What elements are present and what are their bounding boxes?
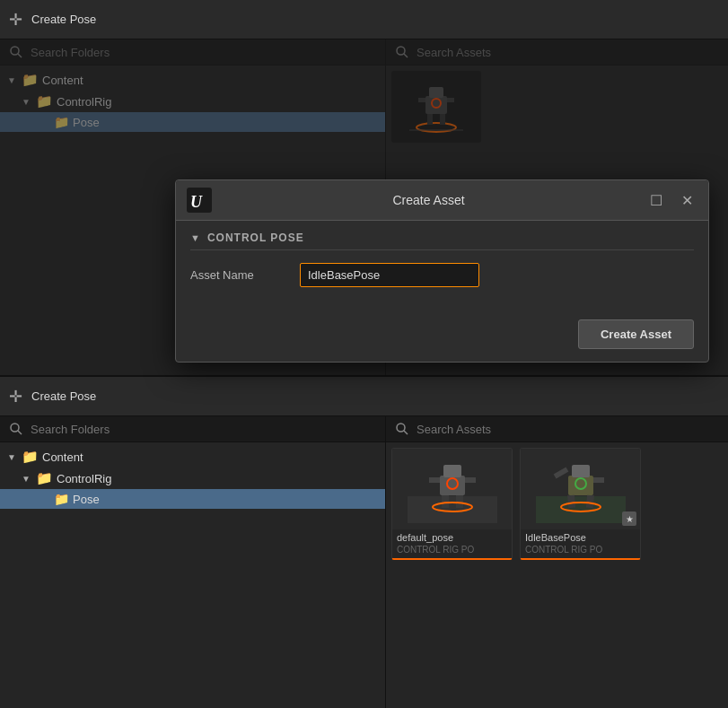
- search-assets-icon-bottom: [395, 422, 409, 436]
- chevron-icon: [39, 494, 50, 504]
- search-assets-input-bottom[interactable]: [417, 423, 719, 436]
- chevron-icon: ▼: [7, 452, 18, 462]
- search-folders-icon-bottom: [9, 422, 23, 436]
- svg-line-18: [404, 431, 408, 434]
- folder-icon: 📁: [36, 470, 53, 486]
- asset-thumb-idle-base-pose: ★: [521, 449, 640, 529]
- modal-section-title: CONTROL POSE: [207, 232, 304, 244]
- folder-icon: 📁: [22, 449, 39, 465]
- modal-title: Create Asset: [221, 193, 636, 207]
- svg-rect-24: [456, 495, 463, 508]
- bottom-asset-search-bar[interactable]: [386, 416, 728, 442]
- asset-card-name-2: IdleBasePose: [521, 529, 640, 544]
- modal-body: ▼ CONTROL POSE Asset Name: [176, 221, 708, 312]
- asset-name-input[interactable]: [300, 263, 479, 287]
- star-badge: ★: [622, 511, 636, 526]
- create-asset-modal: U Create Asset ☐ ✕ ▼ CONTROL POSE Asset …: [175, 179, 709, 363]
- tree-label: ControlRig: [57, 472, 111, 485]
- bottom-folder-tree: ▼ 📁 Content ▼ 📁 ControlRig 📁 Pose: [0, 442, 385, 708]
- svg-point-15: [11, 424, 19, 432]
- robot-svg-2: [536, 456, 626, 523]
- svg-rect-26: [465, 477, 476, 483]
- bottom-asset-grid: default_pose CONTROL RIG PO: [386, 442, 728, 708]
- search-folders-input-bottom[interactable]: [31, 423, 376, 436]
- section-chevron-icon: ▼: [190, 232, 200, 243]
- tree-item-pose-bottom[interactable]: 📁 Pose: [0, 489, 385, 509]
- svg-rect-25: [429, 477, 440, 483]
- robot-svg-1: [408, 456, 497, 523]
- create-asset-button[interactable]: Create Asset: [578, 319, 694, 349]
- bottom-folder-pane: ▼ 📁 Content ▼ 📁 ControlRig 📁 Pose: [0, 416, 386, 708]
- asset-card-idle-base-pose[interactable]: ★ IdleBasePose CONTROL RIG PO: [520, 448, 641, 560]
- asset-name-label: Asset Name: [190, 268, 289, 282]
- svg-rect-34: [585, 494, 593, 508]
- asset-thumb-default-pose: [392, 449, 512, 529]
- folder-dark-icon: 📁: [54, 492, 69, 506]
- tree-label: Pose: [73, 493, 100, 506]
- bottom-panel-header: ✛ Create Pose: [0, 377, 728, 416]
- tree-label: Content: [42, 450, 83, 464]
- svg-line-16: [18, 431, 22, 434]
- tree-item-controlrig-bottom[interactable]: ▼ 📁 ControlRig: [0, 468, 385, 489]
- modal-titlebar: U Create Asset ☐ ✕: [176, 180, 708, 221]
- top-panel: ✛ Create Pose ▼ 📁 Content ▼: [0, 0, 728, 377]
- svg-point-17: [397, 424, 405, 432]
- svg-rect-23: [442, 495, 449, 508]
- svg-rect-30: [536, 496, 626, 523]
- bottom-panel-title: Create Pose: [31, 389, 96, 403]
- bottom-folder-search-bar[interactable]: [0, 416, 385, 442]
- ue-logo: U: [187, 188, 212, 213]
- asset-card-default-pose[interactable]: default_pose CONTROL RIG PO: [391, 448, 513, 560]
- modal-footer: Create Asset: [176, 312, 708, 362]
- modal-section-header: ▼ CONTROL POSE: [190, 232, 694, 250]
- svg-rect-33: [567, 494, 575, 508]
- svg-rect-22: [443, 465, 461, 477]
- svg-rect-32: [572, 465, 590, 477]
- modal-close-button[interactable]: ✕: [676, 189, 697, 211]
- modal-maximize-button[interactable]: ☐: [645, 189, 667, 211]
- asset-card-type-1: CONTROL RIG PO: [392, 544, 512, 558]
- bottom-asset-pane: default_pose CONTROL RIG PO: [386, 416, 728, 708]
- bottom-panel: ✛ Create Pose ▼ 📁 Content ▼ 📁: [0, 377, 728, 708]
- asset-name-row: Asset Name: [190, 263, 694, 287]
- chevron-icon: ▼: [22, 474, 32, 484]
- add-pose-icon-bottom: ✛: [9, 387, 22, 406]
- tree-item-content-bottom[interactable]: ▼ 📁 Content: [0, 446, 385, 468]
- svg-rect-36: [593, 477, 604, 483]
- bottom-panel-body: ▼ 📁 Content ▼ 📁 ControlRig 📁 Pose: [0, 416, 728, 708]
- asset-card-type-2: CONTROL RIG PO: [521, 544, 640, 558]
- svg-text:U: U: [190, 193, 203, 211]
- svg-rect-20: [408, 496, 497, 523]
- asset-card-name-1: default_pose: [392, 529, 512, 544]
- modal-overlay: U Create Asset ☐ ✕ ▼ CONTROL POSE Asset …: [0, 0, 728, 375]
